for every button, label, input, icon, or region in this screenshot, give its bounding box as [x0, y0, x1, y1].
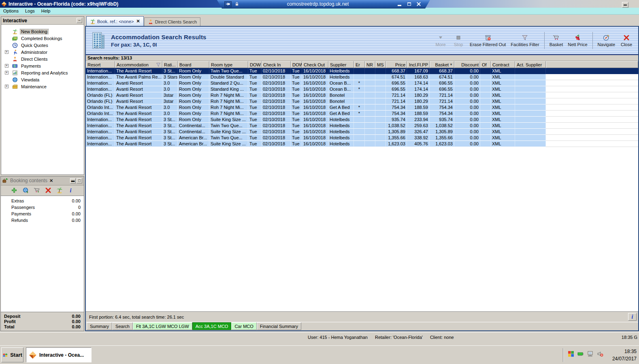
column-header-rati-[interactable]: Rati...	[162, 61, 178, 68]
palm-tree-icon[interactable]	[56, 187, 63, 194]
nett-price-button[interactable]: Nett Price	[566, 34, 589, 48]
status-retailer: Retailer: 'Ocean-Florida'	[375, 335, 423, 340]
basket-button[interactable]: Basket	[547, 34, 565, 48]
table-cell: Continental...	[178, 123, 209, 129]
tab-direct-clients-search[interactable]: Direct Clients Search	[144, 17, 200, 26]
booking-contents-header[interactable]: Booking contents ✕ ▬ □	[1, 177, 84, 185]
column-header-basket[interactable]: Basket▼	[430, 61, 454, 68]
facilities-filter-button[interactable]: Facilities Filter	[509, 34, 541, 48]
bottom-tab-summary[interactable]: Summary	[87, 322, 112, 330]
column-header-resort[interactable]: Resort	[86, 61, 115, 68]
bottom-tab-acc-3a-1c-mco[interactable]: Acc 3A,1C MCO	[192, 322, 232, 330]
network-icon[interactable]	[577, 351, 584, 357]
table-row[interactable]: Orlando Int...The Avanti Resort3.0Room O…	[86, 104, 638, 111]
close-button[interactable]: Close	[618, 34, 635, 48]
sidebar-item-administrator[interactable]: +Administrator	[1, 49, 84, 55]
booking-minimize-button[interactable]: ▬	[70, 178, 76, 183]
column-header-supplier[interactable]: Supplier	[328, 61, 354, 68]
table-cell: Avanti Resort	[115, 98, 162, 104]
pin-icon[interactable]	[224, 1, 232, 7]
table-row[interactable]: Internation...Avanti Resort3.0Room OnlyS…	[86, 86, 638, 92]
sidebar-item-direct-clients[interactable]: Direct Clients	[1, 55, 84, 62]
start-button[interactable]: Start	[1, 347, 23, 362]
column-header-nr[interactable]: NR	[365, 61, 375, 68]
plus-icon[interactable]	[11, 187, 17, 194]
table-cell	[365, 98, 375, 104]
column-header-board[interactable]: Board	[178, 61, 209, 68]
column-header-dow[interactable]: DOW	[291, 61, 302, 68]
menu-item-options[interactable]: Options	[0, 8, 22, 14]
globe-icon	[12, 77, 18, 83]
sidebar-collapse-button[interactable]: –	[77, 18, 82, 23]
sidebar-item-reporting-and-analytics[interactable]: +Reporting and Analytics	[1, 69, 84, 76]
column-header-of[interactable]: Of	[480, 61, 491, 68]
table-row[interactable]: Internation...The Avanti Resort3 St...Co…	[86, 129, 638, 135]
erase-filtered-out-button[interactable]: Erase Filtered Out	[468, 34, 508, 48]
tab-label: Book. ref.: <none>	[97, 19, 134, 24]
table-cell: Tue	[291, 117, 302, 123]
toolbar-button-label: Facilities Filter	[511, 42, 539, 47]
column-header-ms[interactable]: MS	[375, 61, 386, 68]
bottom-tab-flt-3a-1c-lgw-mco-lgw[interactable]: Flt 3A,1C LGW MCO LGW	[133, 322, 192, 330]
rdp-minimize-button[interactable]	[395, 1, 403, 7]
computer-icon[interactable]	[587, 351, 594, 357]
table-cell	[480, 74, 491, 80]
sidebar-item-viewdata[interactable]: Viewdata	[1, 76, 84, 83]
sidebar-item-quick-quotes[interactable]: Quick Quotes	[1, 42, 84, 49]
bottom-tab-financial-summary[interactable]: Financial Summary	[257, 322, 301, 330]
table-row[interactable]: Orlando (FL)Avanti Resort3starRoom OnlyR…	[86, 98, 638, 104]
column-header-incl-fl-pp[interactable]: Incl.Fl.PP	[407, 61, 430, 68]
cart-arrow-icon[interactable]	[34, 187, 40, 194]
sidebar-item-label: Payments	[20, 64, 42, 68]
taskbar-item-interactive[interactable]: Interactive - Ocea...	[26, 347, 92, 362]
info-icon[interactable]: i	[68, 187, 74, 194]
tab-close-icon[interactable]: ✕	[136, 19, 140, 24]
table-row[interactable]: Internation...The Avanti Resort3 St...Co…	[86, 123, 638, 129]
table-cell: Twin Two Que...	[209, 123, 248, 129]
column-header-room-type[interactable]: Room type	[209, 61, 248, 68]
tabstrip-minimize-button[interactable]	[622, 2, 628, 8]
expand-toggle[interactable]: +	[5, 50, 9, 54]
expand-toggle[interactable]: +	[5, 85, 9, 88]
bottom-tab-car-mco[interactable]: Car MCO	[231, 322, 256, 330]
column-header-contract[interactable]: Contract	[491, 61, 515, 68]
bottom-tab-search[interactable]: Search	[112, 322, 133, 330]
sidebar-item-payments[interactable]: +$Payments	[1, 62, 84, 69]
column-header-discount[interactable]: Discount	[454, 61, 480, 68]
tab-book-ref-none-[interactable]: Book. ref.: <none>✕	[86, 16, 144, 26]
avg-icon[interactable]	[568, 351, 574, 357]
table-row[interactable]: Orlando (FL)Avanti Resort3starRoom OnlyR…	[86, 92, 638, 98]
sidebar-item-new-booking[interactable]: New Booking	[1, 28, 84, 35]
info-button[interactable]: i	[628, 313, 637, 321]
rdp-close-button[interactable]	[415, 1, 423, 7]
column-header-act-supplier[interactable]: Act. Supplier	[515, 61, 546, 68]
booking-maximize-button[interactable]: □	[77, 178, 82, 183]
column-header-er[interactable]: Er	[354, 61, 365, 68]
sidebar-item-maintenance[interactable]: +Maintenance	[1, 83, 84, 90]
column-header-price[interactable]: Price	[386, 61, 407, 68]
table-row[interactable]: Internation...The Avanti Resort3 St...Ro…	[86, 117, 638, 123]
expand-toggle[interactable]: +	[5, 64, 9, 68]
speaker-muted-icon[interactable]	[597, 351, 603, 357]
table-row[interactable]: Internation...The Avanti Resort3 St...Am…	[86, 135, 638, 141]
table-row[interactable]: Orlando Int...The Avanti Resort3.0Room O…	[86, 111, 638, 117]
table-row[interactable]: Internation...Avanti Resort3.0Room OnlyS…	[86, 80, 638, 86]
expand-toggle[interactable]: +	[5, 71, 9, 75]
tray-clock[interactable]: 18:35 24/07/2017	[612, 348, 637, 362]
column-header-accommodation[interactable]: Accommodation	[115, 61, 162, 68]
table-row[interactable]: Internation...The Avanti Palms Re...3 St…	[86, 74, 638, 80]
rdp-restore-button[interactable]	[405, 1, 413, 7]
table-row[interactable]: Internation...The Avanti Resort3 St...Ro…	[86, 68, 638, 74]
menu-item-help[interactable]: Help	[38, 8, 54, 14]
column-header-check-out[interactable]: Check Out	[302, 61, 328, 68]
table-row[interactable]: Internation...The Avanti Resort3 St...Am…	[86, 141, 638, 147]
menu-item-logs[interactable]: Logs	[22, 8, 38, 14]
navigate-button[interactable]: Navigate	[596, 34, 617, 48]
column-header-check-in[interactable]: Check In	[262, 61, 291, 68]
funnel-icon[interactable]	[156, 62, 161, 67]
booking-close-icon[interactable]: ✕	[49, 178, 53, 183]
column-header-dow[interactable]: DOW	[248, 61, 262, 68]
refresh-globe-icon[interactable]	[22, 187, 29, 194]
delete-x-icon[interactable]	[45, 187, 51, 194]
sidebar-item-completed-bookings[interactable]: Completed Bookings	[1, 35, 84, 42]
